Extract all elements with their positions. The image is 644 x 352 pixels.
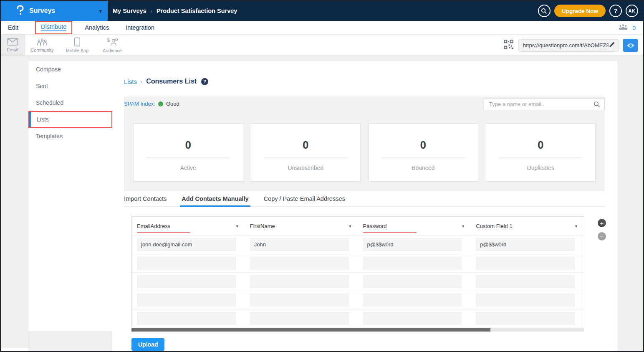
cell-input[interactable] bbox=[476, 275, 575, 288]
column-select-firstname[interactable]: FirstName ▾ bbox=[245, 217, 358, 235]
list-help-icon[interactable]: ? bbox=[201, 78, 208, 85]
breadcrumb-lists-link[interactable]: Lists bbox=[124, 78, 137, 85]
table-row bbox=[132, 254, 584, 272]
chevron-down-icon: ▾ bbox=[236, 224, 238, 228]
edit-link-icon[interactable] bbox=[609, 41, 616, 50]
divider bbox=[264, 157, 348, 157]
upload-button[interactable]: Upload bbox=[131, 338, 164, 351]
help-button[interactable]: ? bbox=[609, 5, 622, 17]
user-avatar[interactable]: AK bbox=[626, 5, 638, 17]
product-switcher[interactable]: Surveys ▾ bbox=[1, 1, 108, 21]
cell-input[interactable] bbox=[137, 238, 236, 251]
cell-input[interactable] bbox=[363, 275, 462, 288]
cell-input[interactable] bbox=[137, 275, 236, 288]
channel-audience[interactable]: $ Audience bbox=[95, 35, 130, 56]
mobile-icon bbox=[74, 37, 81, 47]
collaborators-count[interactable]: 0 bbox=[632, 25, 636, 31]
channel-email[interactable]: Email bbox=[1, 35, 25, 56]
stat-card-unsubscribed: 0 Unsubscribed bbox=[251, 123, 361, 182]
contact-search bbox=[484, 98, 605, 110]
table-row bbox=[132, 272, 584, 291]
cell-input[interactable] bbox=[250, 294, 349, 306]
cell-input[interactable] bbox=[250, 238, 349, 251]
chevron-down-icon: ▾ bbox=[462, 224, 464, 228]
tab-import-contacts[interactable]: Import Contacts bbox=[124, 195, 167, 206]
column-select-password[interactable]: Password ▾ bbox=[358, 217, 471, 235]
spam-index-label: SPAM Index: bbox=[124, 101, 155, 107]
contact-search-input[interactable] bbox=[489, 101, 593, 107]
tab-distribute[interactable]: Distribute bbox=[35, 21, 72, 34]
top-bar: Surveys ▾ My Surveys › Product Satisfact… bbox=[1, 1, 643, 21]
page-title: Consumers List bbox=[146, 78, 197, 85]
email-sidebar: Compose Sent Scheduled Lists Templates bbox=[28, 61, 112, 331]
questionpro-logo-icon bbox=[16, 5, 25, 17]
add-row-button[interactable]: + bbox=[598, 219, 606, 227]
cell-input[interactable] bbox=[137, 294, 236, 306]
page-breadcrumb: Lists › Consumers List ? bbox=[124, 78, 208, 85]
upgrade-now-button[interactable]: Upgrade Now bbox=[554, 5, 606, 17]
community-icon bbox=[36, 38, 48, 46]
product-name: Surveys bbox=[29, 7, 55, 15]
cell-input[interactable] bbox=[363, 294, 462, 306]
cell-input[interactable] bbox=[137, 257, 236, 270]
stat-label: Unsubscribed bbox=[251, 165, 361, 171]
cell-input[interactable] bbox=[250, 275, 349, 288]
tab-analytics[interactable]: Analytics bbox=[85, 24, 109, 31]
breadcrumb-parent[interactable]: My Surveys bbox=[113, 8, 146, 14]
cell-input[interactable] bbox=[250, 312, 349, 325]
cell-input[interactable] bbox=[363, 238, 462, 251]
search-icon bbox=[541, 8, 547, 14]
stat-value: 0 bbox=[251, 139, 361, 152]
survey-url-input[interactable] bbox=[523, 42, 609, 48]
cell-input[interactable] bbox=[476, 238, 575, 251]
workspace: Compose Sent Scheduled Lists Templates L… bbox=[1, 56, 643, 351]
table-row bbox=[132, 236, 584, 254]
search-button[interactable] bbox=[538, 5, 551, 17]
tab-integration[interactable]: Integration bbox=[126, 24, 154, 31]
table-row bbox=[132, 291, 584, 309]
sidebar-item-lists[interactable]: Lists bbox=[28, 111, 112, 128]
chevron-down-icon: ▾ bbox=[575, 224, 577, 228]
audience-icon: $ bbox=[106, 37, 119, 47]
breadcrumb-separator-icon: › bbox=[141, 79, 142, 85]
survey-nav-tabs: Edit Distribute Analytics Integration 0 bbox=[1, 21, 643, 35]
qr-code-button[interactable] bbox=[503, 39, 514, 51]
search-icon[interactable] bbox=[593, 101, 600, 108]
cell-input[interactable] bbox=[137, 312, 236, 325]
eye-icon bbox=[626, 43, 635, 48]
breadcrumb: My Surveys › Product Satisfaction Survey bbox=[113, 1, 237, 21]
tab-add-contacts-manually[interactable]: Add Contacts Manually bbox=[182, 195, 248, 206]
sidebar-item-scheduled[interactable]: Scheduled bbox=[28, 94, 112, 111]
cell-input[interactable] bbox=[363, 312, 462, 325]
column-select-emailaddress[interactable]: EmailAddress ▾ bbox=[132, 217, 245, 235]
topbar-actions: Upgrade Now ? AK bbox=[538, 5, 638, 17]
tab-copy-paste-email-addresses[interactable]: Copy / Paste Email Addresses bbox=[264, 195, 345, 206]
lists-page: Lists › Consumers List ? SPAM Index: Goo… bbox=[112, 61, 617, 351]
horizontal-scrollbar bbox=[131, 328, 584, 332]
collaborators-icon[interactable] bbox=[619, 24, 628, 32]
sidebar-item-templates[interactable]: Templates bbox=[28, 128, 112, 144]
remove-row-button[interactable]: − bbox=[598, 232, 606, 241]
distribute-toolbar: Email Community Mobile App $ Audience bbox=[1, 35, 643, 56]
tab-edit[interactable]: Edit bbox=[8, 24, 18, 31]
breadcrumb-current: Product Satisfaction Survey bbox=[157, 8, 237, 14]
column-select-custom-field-1[interactable]: Custom Field 1 ▾ bbox=[471, 217, 584, 235]
cell-input[interactable] bbox=[250, 257, 349, 270]
cell-input[interactable] bbox=[476, 312, 575, 325]
stat-card-bounced: 0 Bounced bbox=[368, 123, 478, 182]
survey-link-field bbox=[518, 39, 619, 52]
stat-label: Active bbox=[134, 165, 243, 171]
cell-input[interactable] bbox=[476, 257, 575, 270]
sidebar-item-sent[interactable]: Sent bbox=[28, 78, 112, 94]
stat-label: Bounced bbox=[369, 165, 478, 171]
cell-input[interactable] bbox=[363, 257, 462, 270]
channel-community[interactable]: Community bbox=[25, 35, 60, 56]
chevron-down-icon: ▾ bbox=[99, 8, 102, 14]
preview-button[interactable] bbox=[623, 39, 638, 52]
manual-contacts-table: EmailAddress ▾ FirstName ▾ Password ▾ Cu… bbox=[131, 216, 584, 327]
sidebar-item-compose[interactable]: Compose bbox=[28, 61, 112, 78]
scrollbar-thumb[interactable] bbox=[131, 328, 490, 332]
cell-input[interactable] bbox=[476, 294, 575, 306]
divider bbox=[146, 157, 230, 157]
channel-mobile-app[interactable]: Mobile App bbox=[60, 35, 95, 56]
